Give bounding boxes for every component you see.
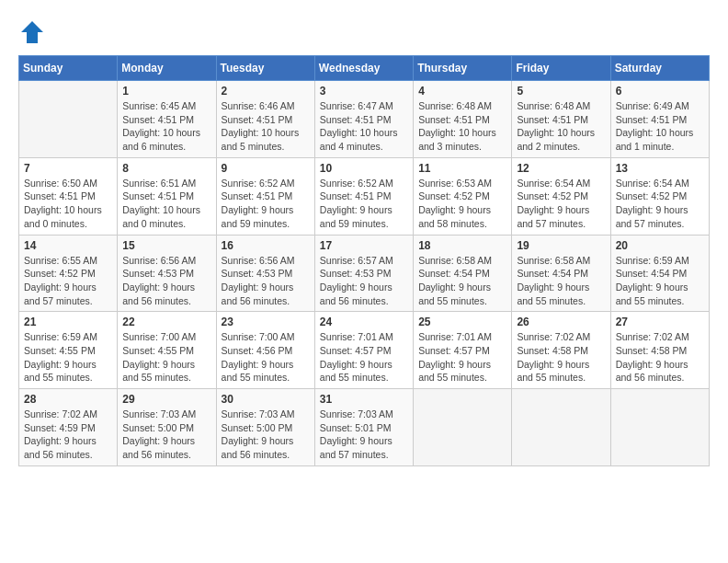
- calendar-cell: 27Sunrise: 7:02 AMSunset: 4:58 PMDayligh…: [610, 312, 709, 389]
- cell-details: Sunrise: 7:03 AMSunset: 5:00 PMDaylight:…: [122, 408, 196, 460]
- day-number: 9: [222, 162, 310, 175]
- calendar-cell: [19, 81, 118, 158]
- calendar-cell: 5Sunrise: 6:48 AMSunset: 4:51 PMDaylight…: [512, 81, 610, 158]
- cell-details: Sunrise: 7:00 AMSunset: 4:56 PMDaylight:…: [222, 331, 295, 383]
- calendar-cell: 9Sunrise: 6:52 AMSunset: 4:51 PMDaylight…: [216, 157, 314, 235]
- cell-details: Sunrise: 6:56 AMSunset: 4:53 PMDaylight:…: [222, 255, 295, 306]
- cell-details: Sunrise: 6:59 AMSunset: 4:54 PMDaylight:…: [616, 255, 689, 306]
- day-number: 25: [418, 316, 506, 328]
- cell-details: Sunrise: 6:53 AMSunset: 4:52 PMDaylight:…: [418, 178, 492, 229]
- calendar-cell: 21Sunrise: 6:59 AMSunset: 4:55 PMDayligh…: [19, 312, 118, 389]
- calendar-cell: 11Sunrise: 6:53 AMSunset: 4:52 PMDayligh…: [414, 157, 512, 235]
- cell-details: Sunrise: 6:57 AMSunset: 4:53 PMDaylight:…: [320, 255, 393, 306]
- calendar-cell: 20Sunrise: 6:59 AMSunset: 4:54 PMDayligh…: [610, 235, 709, 312]
- calendar-cell: 14Sunrise: 6:55 AMSunset: 4:52 PMDayligh…: [19, 235, 118, 312]
- day-number: 8: [122, 162, 210, 175]
- cell-details: Sunrise: 7:03 AMSunset: 5:00 PMDaylight:…: [222, 408, 295, 460]
- cell-details: Sunrise: 6:49 AMSunset: 4:51 PMDaylight:…: [616, 100, 694, 152]
- calendar-cell: 17Sunrise: 6:57 AMSunset: 4:53 PMDayligh…: [314, 235, 413, 312]
- day-number: 6: [616, 85, 704, 98]
- logo-icon: [18, 18, 46, 46]
- cell-details: Sunrise: 6:54 AMSunset: 4:52 PMDaylight:…: [517, 178, 590, 229]
- calendar-cell: 2Sunrise: 6:46 AMSunset: 4:51 PMDaylight…: [216, 81, 314, 158]
- day-number: 14: [24, 239, 112, 252]
- calendar-cell: 13Sunrise: 6:54 AMSunset: 4:52 PMDayligh…: [610, 157, 709, 235]
- cell-details: Sunrise: 6:58 AMSunset: 4:54 PMDaylight:…: [418, 255, 492, 306]
- calendar-cell: 15Sunrise: 6:56 AMSunset: 4:53 PMDayligh…: [118, 235, 216, 312]
- calendar-cell: 19Sunrise: 6:58 AMSunset: 4:54 PMDayligh…: [512, 235, 610, 312]
- day-number: 29: [122, 393, 210, 406]
- day-number: 11: [418, 162, 506, 175]
- day-number: 3: [320, 85, 408, 98]
- cell-details: Sunrise: 6:52 AMSunset: 4:51 PMDaylight:…: [222, 178, 295, 229]
- calendar-cell: 8Sunrise: 6:51 AMSunset: 4:51 PMDaylight…: [118, 157, 216, 235]
- calendar-header-wednesday: Wednesday: [314, 56, 413, 81]
- calendar-cell: 3Sunrise: 6:47 AMSunset: 4:51 PMDaylight…: [314, 81, 413, 158]
- cell-details: Sunrise: 6:51 AMSunset: 4:51 PMDaylight:…: [122, 178, 200, 229]
- calendar-cell: 29Sunrise: 7:03 AMSunset: 5:00 PMDayligh…: [118, 389, 216, 466]
- calendar-week-row: 28Sunrise: 7:02 AMSunset: 4:59 PMDayligh…: [19, 389, 710, 466]
- calendar-cell: 7Sunrise: 6:50 AMSunset: 4:51 PMDaylight…: [19, 157, 118, 235]
- cell-details: Sunrise: 6:45 AMSunset: 4:51 PMDaylight:…: [122, 100, 200, 152]
- day-number: 13: [616, 162, 704, 175]
- calendar-cell: 16Sunrise: 6:56 AMSunset: 4:53 PMDayligh…: [216, 235, 314, 312]
- calendar-cell: [610, 389, 709, 466]
- calendar-cell: 25Sunrise: 7:01 AMSunset: 4:57 PMDayligh…: [414, 312, 512, 389]
- cell-details: Sunrise: 7:01 AMSunset: 4:57 PMDaylight:…: [320, 331, 393, 383]
- day-number: 12: [517, 162, 605, 175]
- cell-details: Sunrise: 6:54 AMSunset: 4:52 PMDaylight:…: [616, 178, 689, 229]
- cell-details: Sunrise: 6:47 AMSunset: 4:51 PMDaylight:…: [320, 100, 398, 152]
- calendar-cell: [512, 389, 610, 466]
- logo: [18, 18, 51, 46]
- cell-details: Sunrise: 6:55 AMSunset: 4:52 PMDaylight:…: [24, 255, 97, 306]
- day-number: 2: [222, 85, 310, 98]
- cell-details: Sunrise: 6:48 AMSunset: 4:51 PMDaylight:…: [418, 100, 496, 152]
- day-number: 20: [616, 239, 704, 252]
- day-number: 17: [320, 239, 408, 252]
- day-number: 22: [122, 316, 210, 328]
- day-number: 10: [320, 162, 408, 175]
- calendar-header-friday: Friday: [512, 56, 610, 81]
- cell-details: Sunrise: 7:03 AMSunset: 5:01 PMDaylight:…: [320, 408, 393, 460]
- page-header: [18, 18, 710, 46]
- calendar-cell: 26Sunrise: 7:02 AMSunset: 4:58 PMDayligh…: [512, 312, 610, 389]
- day-number: 4: [418, 85, 506, 98]
- day-number: 31: [320, 393, 408, 406]
- cell-details: Sunrise: 7:02 AMSunset: 4:58 PMDaylight:…: [517, 331, 590, 383]
- svg-marker-0: [21, 21, 43, 43]
- calendar-cell: 31Sunrise: 7:03 AMSunset: 5:01 PMDayligh…: [314, 389, 413, 466]
- calendar-cell: 24Sunrise: 7:01 AMSunset: 4:57 PMDayligh…: [314, 312, 413, 389]
- day-number: 23: [222, 316, 310, 328]
- day-number: 28: [24, 393, 112, 406]
- day-number: 5: [517, 85, 605, 98]
- calendar-header-tuesday: Tuesday: [216, 56, 314, 81]
- calendar-cell: 10Sunrise: 6:52 AMSunset: 4:51 PMDayligh…: [314, 157, 413, 235]
- calendar-header-sunday: Sunday: [19, 56, 118, 81]
- cell-details: Sunrise: 6:50 AMSunset: 4:51 PMDaylight:…: [24, 178, 102, 229]
- calendar-week-row: 21Sunrise: 6:59 AMSunset: 4:55 PMDayligh…: [19, 312, 710, 389]
- cell-details: Sunrise: 7:00 AMSunset: 4:55 PMDaylight:…: [122, 331, 196, 383]
- calendar-cell: 30Sunrise: 7:03 AMSunset: 5:00 PMDayligh…: [216, 389, 314, 466]
- calendar-cell: 23Sunrise: 7:00 AMSunset: 4:56 PMDayligh…: [216, 312, 314, 389]
- cell-details: Sunrise: 6:58 AMSunset: 4:54 PMDaylight:…: [517, 255, 590, 306]
- calendar-cell: 1Sunrise: 6:45 AMSunset: 4:51 PMDaylight…: [118, 81, 216, 158]
- calendar-week-row: 7Sunrise: 6:50 AMSunset: 4:51 PMDaylight…: [19, 157, 710, 235]
- calendar-header-saturday: Saturday: [610, 56, 709, 81]
- calendar-cell: 22Sunrise: 7:00 AMSunset: 4:55 PMDayligh…: [118, 312, 216, 389]
- day-number: 30: [222, 393, 310, 406]
- calendar-week-row: 1Sunrise: 6:45 AMSunset: 4:51 PMDaylight…: [19, 81, 710, 158]
- calendar-cell: 12Sunrise: 6:54 AMSunset: 4:52 PMDayligh…: [512, 157, 610, 235]
- calendar-table: SundayMondayTuesdayWednesdayThursdayFrid…: [18, 55, 710, 466]
- cell-details: Sunrise: 7:02 AMSunset: 4:58 PMDaylight:…: [616, 331, 689, 383]
- cell-details: Sunrise: 6:59 AMSunset: 4:55 PMDaylight:…: [24, 331, 97, 383]
- calendar-cell: 28Sunrise: 7:02 AMSunset: 4:59 PMDayligh…: [19, 389, 118, 466]
- calendar-week-row: 14Sunrise: 6:55 AMSunset: 4:52 PMDayligh…: [19, 235, 710, 312]
- calendar-header-thursday: Thursday: [414, 56, 512, 81]
- calendar-header-monday: Monday: [118, 56, 216, 81]
- cell-details: Sunrise: 6:52 AMSunset: 4:51 PMDaylight:…: [320, 178, 393, 229]
- day-number: 27: [616, 316, 704, 328]
- day-number: 15: [122, 239, 210, 252]
- calendar-cell: [414, 389, 512, 466]
- cell-details: Sunrise: 6:46 AMSunset: 4:51 PMDaylight:…: [222, 100, 300, 152]
- day-number: 18: [418, 239, 506, 252]
